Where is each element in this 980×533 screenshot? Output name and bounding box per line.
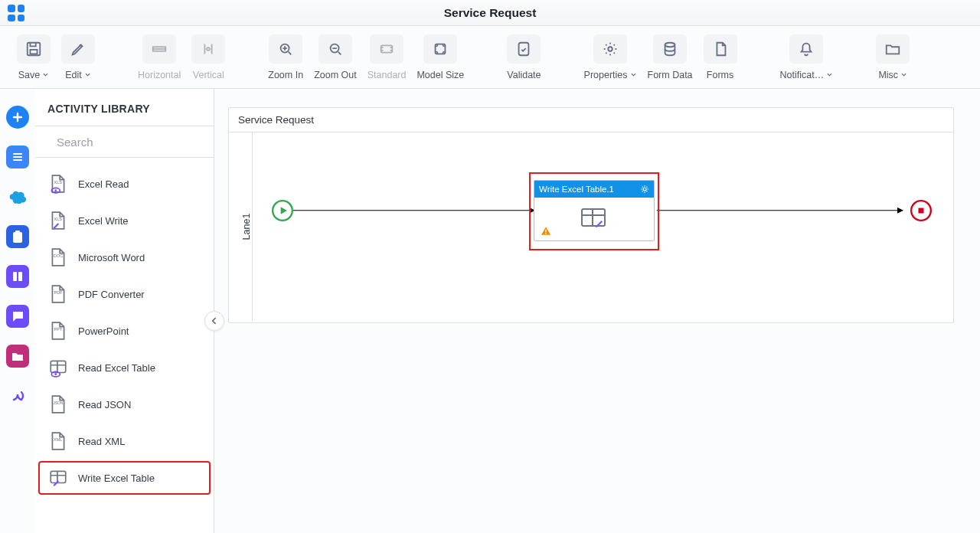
activity-label: Excel Write	[78, 215, 129, 227]
activity-label: Excel Read	[78, 178, 129, 190]
toolbar: Save Edit Horizontal Vertical Zoom In Zo…	[0, 26, 980, 89]
database-icon	[653, 34, 687, 64]
rail-list-button[interactable]	[6, 146, 29, 168]
page-title: Service Request	[444, 6, 537, 20]
warning-icon	[541, 226, 551, 236]
svg-text:XML: XML	[54, 437, 62, 442]
activity-node-header: Write Excel Table.1	[534, 181, 654, 198]
activity-excel-write[interactable]: XLS Excel Write	[38, 204, 211, 237]
svg-text:PPT: PPT	[54, 327, 63, 332]
horizontal-icon	[142, 34, 176, 64]
rail-chat-button[interactable]	[6, 305, 29, 328]
main: ACTIVITY LIBRARY XLS Excel Read XLS Exce…	[0, 89, 980, 533]
activity-write-excel-table[interactable]: Write Excel Table	[38, 461, 211, 495]
edit-icon	[61, 34, 95, 64]
lane: Lane1	[229, 132, 953, 321]
activity-label: Write Excel Table	[78, 473, 155, 484]
activity-label: Microsoft Word	[78, 252, 145, 263]
bell-icon	[789, 34, 823, 64]
zoom-out-button[interactable]: Zoom Out	[314, 34, 357, 80]
rail-folder-button[interactable]	[6, 345, 29, 368]
rail-alpha-button[interactable]	[6, 384, 29, 407]
activity-label: PDF Converter	[78, 289, 145, 300]
validate-button[interactable]: Validate	[507, 34, 541, 80]
activity-search[interactable]	[35, 126, 214, 158]
process-title: Service Request	[229, 108, 953, 132]
notifications-button[interactable]: Notificat…	[780, 34, 834, 80]
horizontal-button: Horizontal	[138, 34, 181, 80]
rail-clipboard-button[interactable]	[6, 225, 29, 248]
file-pdf-icon: PDF	[47, 283, 69, 305]
activity-ms-word[interactable]: DOC Microsoft Word	[38, 240, 211, 274]
activity-label: Read XML	[78, 436, 125, 447]
forms-button[interactable]: Forms	[704, 34, 737, 80]
edit-button[interactable]: Edit	[61, 34, 95, 80]
file-xls-eye-icon: XLS	[47, 173, 69, 195]
document-icon	[704, 34, 737, 64]
zoom-in-icon	[269, 34, 302, 64]
file-json-icon: JSON	[47, 394, 69, 415]
svg-text:DOC: DOC	[54, 253, 63, 258]
folder-icon	[876, 34, 910, 64]
validate-icon	[507, 34, 541, 64]
activity-read-json[interactable]: JSON Read JSON	[38, 387, 211, 421]
activity-node-icon	[579, 208, 609, 231]
file-ppt-icon: PPT	[47, 320, 69, 342]
activity-library-panel: ACTIVITY LIBRARY XLS Excel Read XLS Exce…	[35, 89, 214, 533]
activity-library-title: ACTIVITY LIBRARY	[35, 89, 214, 126]
misc-button[interactable]: Misc	[876, 34, 910, 80]
page-header: Service Request	[0, 0, 980, 26]
panel-collapse-handle[interactable]	[204, 311, 224, 331]
file-doc-icon: DOC	[47, 247, 69, 268]
rail-add-button[interactable]	[6, 106, 29, 129]
table-eye-icon	[47, 357, 69, 378]
gear-icon	[593, 34, 627, 64]
rail-salesforce-button[interactable]	[6, 185, 29, 208]
activity-node-title: Write Excel Table.1	[539, 185, 614, 194]
process-canvas: Service Request Lane1	[228, 107, 954, 323]
svg-text:XLS: XLS	[54, 180, 63, 185]
model-size-button[interactable]: Model Size	[416, 34, 464, 80]
activity-label: Read JSON	[78, 399, 131, 410]
start-node[interactable]	[272, 200, 293, 221]
left-rail	[0, 89, 35, 533]
file-xml-icon: XML	[47, 430, 69, 452]
zoom-in-button[interactable]: Zoom In	[268, 34, 303, 80]
file-xls-pen-icon: XLS	[47, 210, 69, 231]
form-data-button[interactable]: Form Data	[648, 34, 693, 80]
zoom-out-icon	[318, 34, 352, 64]
save-button[interactable]: Save	[17, 34, 51, 80]
activity-read-xml[interactable]: XML Read XML	[38, 424, 211, 458]
table-pen-icon	[47, 467, 69, 489]
activity-pdf-converter[interactable]: PDF PDF Converter	[38, 277, 211, 311]
activity-list: XLS Excel Read XLS Excel Write DOC Micro…	[35, 158, 214, 533]
activity-read-excel-table[interactable]: Read Excel Table	[38, 351, 211, 384]
activity-label: Read Excel Table	[78, 362, 155, 374]
standard-icon	[370, 34, 403, 64]
svg-text:JSON: JSON	[54, 401, 64, 405]
end-node[interactable]	[910, 200, 932, 221]
activity-excel-read[interactable]: XLS Excel Read	[38, 167, 211, 201]
rail-columns-button[interactable]	[6, 265, 29, 288]
model-size-icon	[423, 34, 457, 64]
svg-text:PDF: PDF	[54, 290, 64, 295]
save-icon	[17, 34, 51, 64]
activity-label: PowerPoint	[78, 325, 129, 337]
standard-button: Standard	[368, 34, 407, 80]
svg-text:XLS: XLS	[54, 217, 63, 221]
activity-node-write-excel-table[interactable]: Write Excel Table.1	[534, 180, 655, 241]
vertical-button: Vertical	[191, 34, 225, 80]
lane-label: Lane1	[241, 214, 252, 240]
app-logo-icon[interactable]	[8, 5, 24, 21]
properties-button[interactable]: Properties	[584, 34, 637, 80]
activity-search-input[interactable]	[55, 135, 204, 149]
activity-powerpoint[interactable]: PPT PowerPoint	[38, 314, 211, 348]
vertical-icon	[191, 34, 225, 64]
activity-node-settings-icon[interactable]	[640, 185, 649, 194]
canvas[interactable]: Service Request Lane1	[214, 89, 980, 533]
